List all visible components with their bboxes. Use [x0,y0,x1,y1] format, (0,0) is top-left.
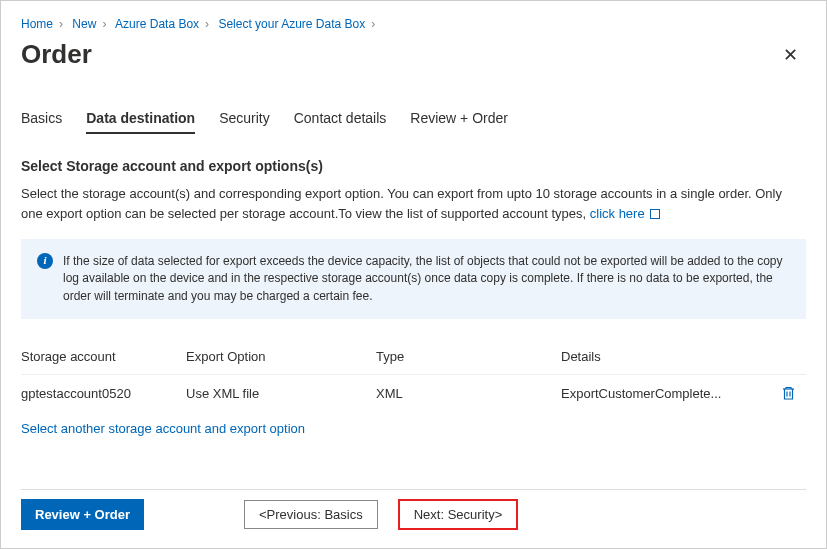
cell-storage: gptestaccount0520 [21,386,186,401]
cell-type: XML [376,386,561,401]
add-storage-link[interactable]: Select another storage account and expor… [21,421,305,436]
close-icon[interactable]: ✕ [775,40,806,70]
click-here-link[interactable]: click here [590,206,645,221]
tab-review-order[interactable]: Review + Order [410,110,508,134]
col-storage: Storage account [21,349,186,364]
tab-contact-details[interactable]: Contact details [294,110,387,134]
col-option: Export Option [186,349,376,364]
info-icon: i [37,253,53,269]
breadcrumb-item[interactable]: Azure Data Box [115,17,199,31]
next-button[interactable]: Next: Security> [398,499,519,530]
tabs: Basics Data destination Security Contact… [21,110,806,134]
breadcrumb-item[interactable]: Home [21,17,53,31]
breadcrumb-item[interactable]: New [72,17,96,31]
storage-table: Storage account Export Option Type Detai… [21,339,806,411]
table-row: gptestaccount0520 Use XML file XML Expor… [21,374,806,411]
tab-security[interactable]: Security [219,110,270,134]
col-type: Type [376,349,561,364]
col-details: Details [561,349,806,364]
breadcrumb-item[interactable]: Select your Azure Data Box [218,17,365,31]
info-text: If the size of data selected for export … [63,253,790,305]
delete-icon[interactable] [781,385,796,401]
breadcrumb: Home› New› Azure Data Box› Select your A… [21,17,806,31]
review-order-button[interactable]: Review + Order [21,499,144,530]
page-title: Order [21,39,92,70]
info-box: i If the size of data selected for expor… [21,239,806,319]
section-description: Select the storage account(s) and corres… [21,184,806,223]
tab-data-destination[interactable]: Data destination [86,110,195,134]
tab-basics[interactable]: Basics [21,110,62,134]
external-link-icon [650,209,660,219]
section-title: Select Storage account and export option… [21,158,806,174]
cell-details: ExportCustomerComplete... [561,386,721,401]
previous-button[interactable]: <Previous: Basics [244,500,378,529]
cell-option: Use XML file [186,386,376,401]
